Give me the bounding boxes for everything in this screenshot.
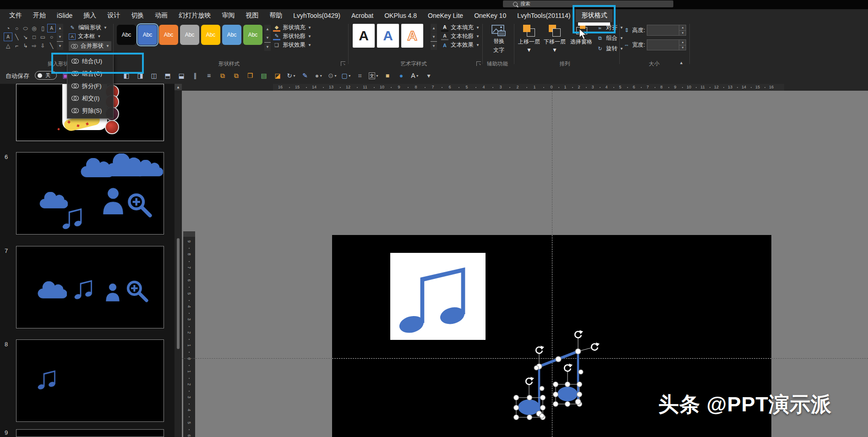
distribute-shapes-icon[interactable]: ▤ (259, 71, 269, 80)
distribute-vertical-icon[interactable]: ≡ (204, 71, 214, 80)
shape-style-chip-1[interactable]: Abc (138, 25, 157, 45)
bring-forward-icon[interactable]: ⧉ (218, 71, 228, 80)
rectangle-shape-icon[interactable]: □ (30, 33, 38, 41)
tab-0[interactable]: 文件 (4, 9, 27, 22)
merge-menu-item-2[interactable]: 拆分(F) (67, 80, 113, 92)
alt-text-button[interactable]: 替换 文字 (487, 25, 511, 54)
distribute-horizontal-icon[interactable]: ∥ (190, 71, 200, 80)
text-effects-button[interactable]: A 文本效果▼ (441, 41, 480, 49)
gallery-more-icon[interactable]: ▼ (264, 42, 271, 51)
bring-to-front-icon[interactable]: ❐ (245, 71, 255, 80)
shape-style-chip-6[interactable]: Abc (243, 25, 262, 45)
blob-shape-icon[interactable]: ○ (12, 24, 21, 33)
width-spinner[interactable]: ▲▼ (679, 40, 686, 50)
character-effects-icon[interactable]: A▼ (410, 71, 420, 80)
gallery-up-icon[interactable]: ▲ (431, 24, 437, 32)
wordart-chip-2[interactable]: A (401, 24, 423, 48)
shape-style-chip-4[interactable]: Abc (201, 25, 220, 45)
wordart-dialog-launcher[interactable]: ↘ (476, 61, 481, 66)
shape-gallery-scroll[interactable]: ▲ ▼ ▼ (57, 24, 63, 50)
tab-4[interactable]: 设计 (102, 9, 126, 22)
height-input[interactable] (648, 26, 679, 36)
ring-shape-icon[interactable]: ◎ (30, 24, 38, 33)
shape-styles-dialog-launcher[interactable]: ↘ (341, 61, 345, 66)
style-gallery-scroll[interactable]: ▲ ▼ ▼ (264, 25, 271, 51)
ellipse-blue-icon[interactable]: ● (396, 71, 406, 80)
wordart-chip-1[interactable]: A (377, 24, 399, 48)
arrow-line-icon[interactable]: ↘ (21, 33, 30, 41)
merge-menu-item-1[interactable]: 组合(C) (67, 67, 113, 80)
height-spinner[interactable]: ▲▼ (679, 25, 686, 35)
selection-pane-icon[interactable]: ◪ (273, 71, 283, 80)
gallery-more-icon[interactable]: ▼ (431, 41, 437, 50)
align-bottom-icon[interactable]: ⬓ (176, 71, 186, 80)
selected-note-shapes[interactable] (504, 321, 609, 437)
customize-qat-icon[interactable]: ▾ (424, 71, 434, 80)
ellipse-shape-icon[interactable]: ○ (47, 33, 56, 41)
tab-3[interactable]: 插入 (78, 9, 102, 22)
spinner-up-icon[interactable]: ▲ (679, 40, 686, 45)
send-backward-button[interactable]: 下移一层 ▼ (542, 24, 567, 53)
text-box-button[interactable]: A 文本框▼ (69, 33, 101, 40)
slide-thumbnail-9-partial[interactable] (16, 429, 164, 437)
text-box-icon[interactable]: 文▼ (369, 71, 379, 80)
shape-fill-button[interactable]: ◆ 形状填充▼ (273, 24, 311, 32)
align-top-icon[interactable]: ⬒ (163, 71, 173, 80)
wordart-gallery-scroll[interactable]: ▲ ▼ ▼ (431, 24, 437, 50)
tab-10[interactable]: 帮助 (264, 9, 288, 22)
gallery-up-icon[interactable]: ▲ (264, 25, 271, 33)
tab-15[interactable]: OneKey 10 (469, 9, 512, 22)
triangle-shape-icon[interactable]: △ (4, 41, 12, 50)
shape-style-chip-5[interactable]: Abc (222, 25, 241, 45)
height-field[interactable]: ▲▼ (647, 25, 686, 36)
spinner-up-icon[interactable]: ▲ (679, 25, 686, 30)
shape-outline-button[interactable]: ✎ 形状轮廓▼ (273, 33, 311, 40)
tab-6[interactable]: 动画 (149, 9, 173, 22)
oval-shape-icon[interactable]: ⬭ (21, 24, 30, 33)
width-field[interactable]: ▲▼ (647, 39, 686, 50)
shape-style-chip-2[interactable]: Abc (159, 25, 178, 45)
spinner-down-icon[interactable]: ▼ (679, 30, 686, 36)
spinner-down-icon[interactable]: ▼ (679, 45, 686, 50)
shape-style-chip-0[interactable]: Abc (117, 25, 136, 45)
tab-5[interactable]: 切换 (126, 9, 149, 22)
format-shape-icon[interactable]: ✎ (300, 71, 310, 80)
down-arrow-shape-icon[interactable]: ⇩ (38, 41, 47, 50)
scrollbar-thumb[interactable] (177, 238, 180, 349)
rounded-rectangle-icon[interactable]: ▭ (38, 33, 47, 41)
tab-12[interactable]: Acrobat (346, 9, 379, 22)
merge-menu-item-0[interactable]: 结合(U) (67, 55, 113, 67)
white-note-placeholder[interactable] (390, 253, 486, 340)
search-input[interactable]: 搜索 (503, 0, 673, 7)
gallery-up-icon[interactable]: ▲ (57, 24, 63, 32)
width-input[interactable] (648, 40, 679, 50)
gallery-down-icon[interactable]: ▼ (264, 33, 271, 42)
align-left-icon[interactable]: ◧ (121, 71, 131, 80)
right-arrow-shape-icon[interactable]: ⇨ (30, 41, 38, 50)
fill-tan-icon[interactable]: ■ (382, 71, 393, 80)
wordart-chip-0[interactable]: A (353, 24, 375, 48)
autosave-toggle[interactable]: 关 (35, 71, 57, 80)
tab-1[interactable]: 开始 (27, 9, 51, 22)
elbow-arrow-icon[interactable]: ↳ (21, 41, 30, 50)
crop-icon[interactable]: ⌗ (355, 71, 365, 80)
gallery-down-icon[interactable]: ▼ (431, 33, 437, 41)
tab-8[interactable]: 审阅 (216, 9, 240, 22)
gallery-more-icon[interactable]: ▼ (57, 41, 63, 50)
text-fill-button[interactable]: A 文本填充▼ (441, 24, 480, 32)
slide-thumbnail-7[interactable] (16, 246, 164, 328)
shape-gallery[interactable]: ◔○⬭◎▯AA╲↘□▭○△⌐↳⇨⇩╲ ▲ ▼ ▼ (4, 24, 63, 50)
change-shape-icon[interactable]: ▢▼ (341, 71, 351, 80)
tab-16[interactable]: LvyhTools(201114) (512, 9, 576, 22)
pie-shape-icon[interactable]: ◔ (4, 24, 12, 33)
collapse-ribbon-icon[interactable]: ▲ (679, 60, 683, 65)
merge-shapes-icon[interactable]: ⊙▼ (328, 71, 338, 80)
line-shape-icon[interactable]: ╲ (47, 41, 56, 50)
tab-9[interactable]: 视图 (240, 9, 264, 22)
align-center-icon[interactable]: ◫ (149, 71, 159, 80)
shape-effects-button[interactable]: ❑ 形状效果▼ (273, 41, 311, 49)
bring-forward-button[interactable]: 上移一层 ▼ (517, 24, 541, 53)
slide-thumbnail-6[interactable] (16, 152, 164, 235)
shape-style-chip-3[interactable]: Abc (180, 25, 199, 45)
rotate-icon[interactable]: ↻▼ (286, 71, 296, 80)
